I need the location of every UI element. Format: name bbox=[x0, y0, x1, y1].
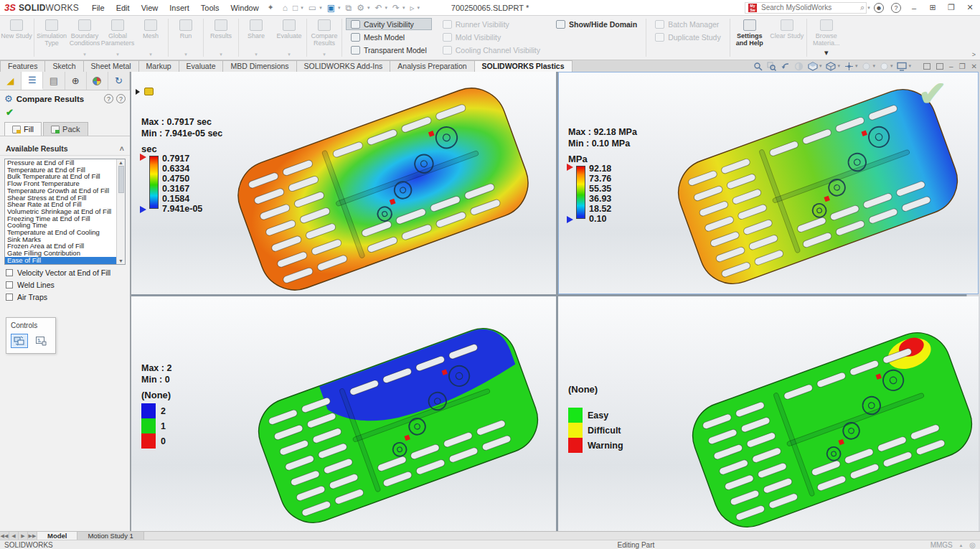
doc-minimize-button[interactable]: – bbox=[949, 62, 953, 70]
velocity-vector-checkbox[interactable] bbox=[6, 269, 13, 276]
ok-check-icon[interactable]: ✔ bbox=[0, 105, 130, 121]
flyout-tree-arrow-icon[interactable] bbox=[136, 89, 140, 95]
hide-show-items-icon[interactable] bbox=[862, 62, 871, 71]
mold-visibility-button[interactable]: Mold Visibility bbox=[438, 31, 545, 43]
restore-button[interactable]: ❐ bbox=[946, 3, 957, 12]
tab-features[interactable]: Features bbox=[0, 60, 45, 72]
ribbon-collapse-icon[interactable]: ˃ bbox=[972, 51, 976, 58]
last-tab-icon[interactable]: ▶▶ bbox=[28, 532, 37, 540]
simulation-type-button[interactable]: Simulation Type bbox=[35, 16, 68, 60]
edit-appearance-icon[interactable] bbox=[880, 62, 889, 71]
fill-tab[interactable]: Fill bbox=[4, 122, 42, 136]
boundary-conditions-button[interactable]: Boundary Conditions▾ bbox=[68, 16, 101, 60]
redo-icon[interactable]: ↷ bbox=[392, 3, 400, 13]
viewport-pressure[interactable]: ✔ Max : 92.18 MPa Min : 0.10 MPa MPa 92.… bbox=[558, 72, 979, 294]
view-orientation-icon[interactable] bbox=[844, 62, 854, 71]
list-item-selected[interactable]: Ease of Fill bbox=[5, 257, 125, 264]
search-icon[interactable]: ⌕ bbox=[860, 3, 864, 12]
scroll-thumb[interactable] bbox=[118, 166, 124, 193]
mesh-model-button[interactable]: Mesh Model bbox=[346, 31, 432, 43]
show-hide-domain-button[interactable]: Show/Hide Domain bbox=[551, 18, 642, 30]
first-tab-icon[interactable]: ◀◀ bbox=[0, 532, 9, 540]
options-gear-icon[interactable]: ⚙ bbox=[357, 3, 364, 13]
weld-lines-checkbox[interactable] bbox=[6, 281, 13, 288]
tab-markup[interactable]: Markup bbox=[138, 60, 179, 72]
dim-xpert-tab[interactable]: ⊕ bbox=[65, 72, 87, 90]
transparent-model-button[interactable]: Transparent Model bbox=[346, 44, 432, 56]
menu-view[interactable]: View bbox=[141, 4, 159, 12]
evaluate-button[interactable]: Evaluate▾ bbox=[273, 16, 306, 60]
scroll-up-icon[interactable]: ▲ bbox=[118, 160, 123, 165]
zoom-to-area-icon[interactable] bbox=[767, 62, 776, 71]
mesh-button[interactable]: Mesh▾ bbox=[134, 16, 167, 60]
minimize-button[interactable]: – bbox=[908, 4, 920, 12]
view-settings-icon[interactable] bbox=[897, 62, 907, 71]
motion-study-tab[interactable]: Motion Study 1 bbox=[77, 532, 143, 540]
next-tab-icon[interactable]: ▶ bbox=[19, 532, 28, 540]
tab-mbd-dimensions[interactable]: MBD Dimensions bbox=[222, 60, 296, 72]
pin-menu-icon[interactable]: ✦ bbox=[268, 3, 274, 12]
units-caret-icon[interactable]: ▴ bbox=[960, 543, 963, 548]
undo-icon[interactable]: ↶ bbox=[374, 3, 382, 13]
menu-edit[interactable]: Edit bbox=[116, 4, 130, 12]
search-caret-icon[interactable]: ▾ bbox=[867, 5, 870, 11]
attach-icon[interactable]: ⧉ bbox=[346, 3, 352, 13]
help-icon[interactable]: ? bbox=[891, 3, 901, 13]
section-view-icon[interactable] bbox=[794, 62, 804, 71]
cooling-channel-visibility-button[interactable]: Cooling Channel Visibility bbox=[438, 44, 545, 56]
share-button[interactable]: Share▾ bbox=[240, 16, 273, 60]
viewport-fill-time[interactable]: Max : 0.7917 sec Min : 7.941e-05 sec sec… bbox=[131, 72, 556, 294]
tab-evaluate[interactable]: Evaluate bbox=[179, 60, 224, 72]
new-document-icon[interactable]: □ bbox=[293, 3, 298, 13]
tab-sketch[interactable]: Sketch bbox=[44, 60, 83, 72]
list-scrollbar[interactable]: ▲▼ bbox=[116, 159, 125, 264]
scroll-down-icon[interactable]: ▼ bbox=[118, 258, 123, 263]
model-fill-time[interactable] bbox=[215, 72, 552, 294]
doc-tile-icon[interactable] bbox=[923, 63, 930, 70]
quick-tips-icon[interactable]: ◎ bbox=[969, 541, 976, 549]
search-input[interactable] bbox=[760, 3, 857, 12]
display-style-icon[interactable] bbox=[826, 62, 836, 71]
user-account-icon[interactable]: ☻ bbox=[874, 3, 884, 13]
property-manager-tab[interactable]: ☰ bbox=[22, 72, 43, 90]
cavity-visibility-button[interactable]: Cavity Visibility bbox=[346, 18, 432, 30]
home-icon[interactable]: ⌂ bbox=[283, 3, 288, 13]
sync-views-button[interactable] bbox=[11, 334, 28, 348]
save-image-button[interactable] bbox=[32, 334, 50, 348]
open-icon[interactable]: ▭ bbox=[308, 3, 316, 13]
appearances-icon[interactable] bbox=[808, 62, 818, 71]
global-parameters-button[interactable]: Global Parameters▾ bbox=[101, 16, 134, 60]
tab-analysis-preparation[interactable]: Analysis Preparation bbox=[390, 60, 474, 72]
batch-manager-button[interactable]: Batch Manager bbox=[650, 18, 726, 30]
tab-solidworks-plastics[interactable]: SOLIDWORKS Plastics bbox=[474, 60, 573, 72]
graphics-area[interactable]: Max : 0.7917 sec Min : 7.941e-05 sec sec… bbox=[131, 72, 966, 531]
menu-tools[interactable]: Tools bbox=[201, 4, 220, 12]
previous-view-icon[interactable] bbox=[781, 62, 790, 71]
menu-insert[interactable]: Insert bbox=[169, 4, 189, 12]
close-button[interactable]: ✕ bbox=[964, 3, 976, 12]
run-button[interactable]: Run▾ bbox=[169, 16, 202, 60]
plastics-manager-tab[interactable]: ↻ bbox=[108, 72, 130, 90]
select-arrow-icon[interactable]: ▹ bbox=[410, 3, 415, 13]
prev-tab-icon[interactable]: ◀ bbox=[9, 532, 19, 540]
pack-tab[interactable]: Pack bbox=[43, 122, 88, 136]
results-button[interactable]: Results▾ bbox=[204, 16, 237, 60]
viewport-ease-of-fill[interactable]: (None) Easy Difficult Warning bbox=[558, 296, 979, 531]
tab-sheet-metal[interactable]: Sheet Metal bbox=[83, 60, 139, 72]
zoom-to-fit-icon[interactable] bbox=[753, 62, 763, 71]
tab-solidworks-add-ins[interactable]: SOLIDWORKS Add-Ins bbox=[296, 60, 391, 72]
settings-and-help-button[interactable]: Settings and Help bbox=[731, 16, 768, 60]
part-node-icon[interactable] bbox=[144, 88, 154, 95]
panel-help-icon[interactable]: ? bbox=[116, 94, 126, 103]
doc-close-button[interactable]: ✕ bbox=[971, 62, 977, 70]
whats-new-help-icon[interactable]: ? bbox=[104, 94, 113, 103]
duplicate-study-button[interactable]: Duplicate Study bbox=[650, 31, 726, 43]
air-traps-checkbox[interactable] bbox=[6, 294, 13, 301]
appearances-tab[interactable] bbox=[87, 72, 108, 90]
viewport-frozen-area[interactable]: Max : 2 Min : 0 (None) 2 1 0 bbox=[131, 296, 556, 531]
units-label[interactable]: MMGS bbox=[930, 541, 953, 549]
model-tab[interactable]: Model bbox=[37, 532, 77, 540]
new-study-button[interactable]: New Study bbox=[0, 16, 33, 60]
menu-window[interactable]: Window bbox=[230, 4, 258, 12]
compare-results-button[interactable]: Compare Results▾ bbox=[308, 16, 341, 60]
